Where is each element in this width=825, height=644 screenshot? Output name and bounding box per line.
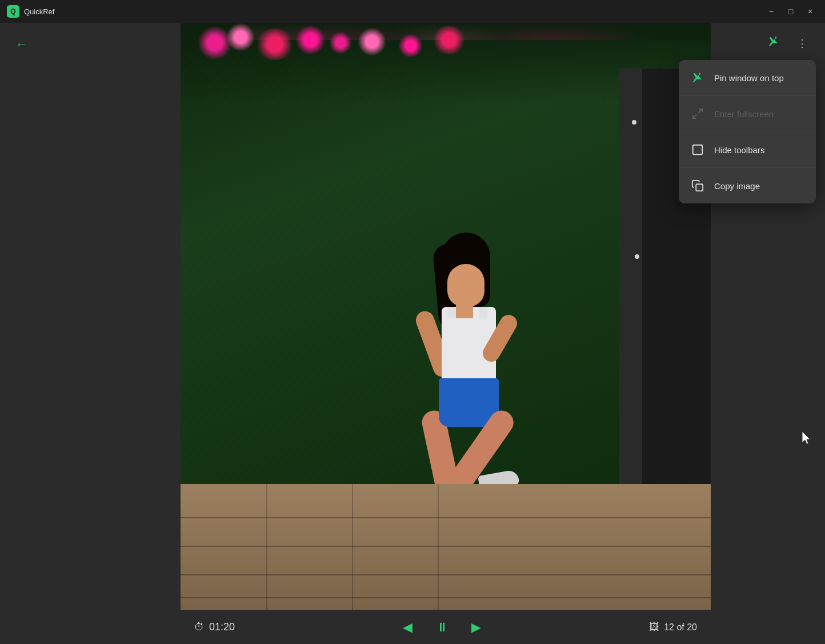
title-bar: Q QuickRef − □ × [0, 0, 825, 23]
minimize-button[interactable]: − [763, 3, 779, 19]
left-panel: ← [0, 23, 181, 644]
close-button[interactable]: × [802, 3, 818, 19]
prev-button[interactable]: ◀ [398, 617, 418, 638]
app-title: QuickRef [24, 7, 54, 16]
counter-icon: 🖼 [649, 621, 659, 633]
back-arrow-icon: ← [15, 37, 28, 52]
timer-icon: ⏱ [194, 621, 205, 633]
cursor [802, 431, 814, 450]
menu-hide-toolbars-icon [690, 142, 705, 157]
image-container [181, 23, 711, 610]
svg-line-3 [693, 115, 696, 118]
menu-hide-toolbars-label: Hide toolbars [714, 145, 764, 155]
pin-button[interactable] [762, 32, 785, 55]
image-area: ⏱ 01:20 ◀ ⏸ ▶ 🖼 12 of 20 [181, 23, 711, 644]
dropdown-menu: Pin window on top Enter fullscreen [679, 60, 816, 203]
right-panel: ⋮ Pin window on top [711, 23, 825, 644]
more-icon: ⋮ [797, 37, 807, 50]
pin-icon [767, 35, 780, 51]
menu-pin-label: Pin window on top [714, 73, 784, 83]
photo-background [181, 23, 711, 610]
media-controls: ◀ ⏸ ▶ [398, 617, 487, 638]
menu-pin-icon [690, 70, 705, 85]
menu-fullscreen-icon [690, 106, 705, 121]
next-icon: ▶ [471, 620, 481, 635]
prev-icon: ◀ [403, 620, 413, 635]
pause-button[interactable]: ⏸ [432, 617, 452, 638]
svg-rect-4 [693, 145, 703, 155]
menu-item-copy-image[interactable]: Copy image [679, 168, 816, 203]
main-content: ← [0, 23, 825, 644]
back-button[interactable]: ← [11, 34, 32, 55]
pause-icon: ⏸ [436, 620, 448, 635]
counter-value: 12 of 20 [664, 622, 697, 633]
next-button[interactable]: ▶ [466, 617, 487, 638]
menu-fullscreen-label: Enter fullscreen [714, 109, 774, 119]
menu-copy-image-label: Copy image [714, 181, 760, 191]
more-button[interactable]: ⋮ [791, 32, 814, 55]
menu-item-fullscreen: Enter fullscreen [679, 96, 816, 132]
title-bar-left: Q QuickRef [7, 5, 54, 18]
svg-rect-5 [696, 184, 703, 191]
timer-value: 01:20 [209, 621, 235, 633]
toolbar-buttons: ⋮ [762, 32, 814, 55]
menu-copy-image-icon [690, 178, 705, 193]
menu-item-pin[interactable]: Pin window on top [679, 60, 816, 96]
bottom-toolbar: ⏱ 01:20 ◀ ⏸ ▶ 🖼 12 of 20 [181, 610, 711, 644]
image-counter: 🖼 12 of 20 [649, 621, 697, 633]
menu-item-hide-toolbars[interactable]: Hide toolbars [679, 132, 816, 168]
title-bar-controls: − □ × [763, 3, 818, 19]
maximize-button[interactable]: □ [783, 3, 799, 19]
app-logo: Q [7, 5, 19, 18]
svg-line-2 [699, 109, 702, 113]
timer-display: ⏱ 01:20 [194, 621, 235, 633]
